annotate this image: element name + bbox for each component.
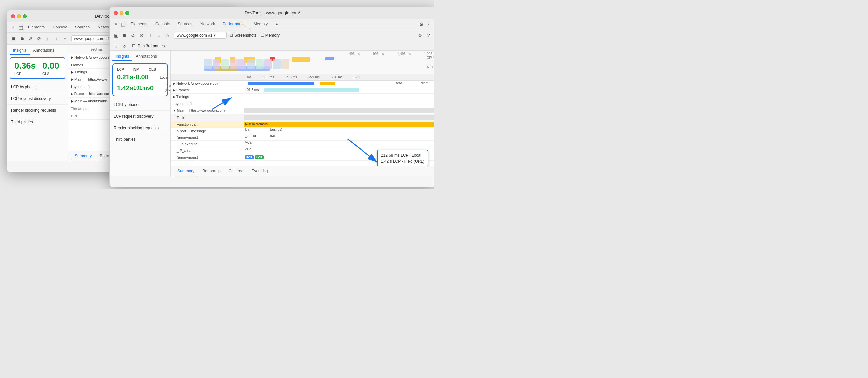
bottom-tab-calltree-2[interactable]: Call tree <box>225 166 248 177</box>
tab-annotations-1[interactable]: Annotations <box>30 47 57 55</box>
lcp-tooltip-2: 212.68 ms LCP - Local 1.42 s LCP - Field… <box>377 150 428 166</box>
tab-sources-2[interactable]: Sources <box>174 19 196 29</box>
sidebar-icon-2[interactable]: ▣ <box>112 32 120 39</box>
bottom-tab-summary-2[interactable]: Summary <box>174 166 198 177</box>
inp-local-value-2: - <box>133 73 136 81</box>
sidebar-render-blocking-2[interactable]: Render blocking requests <box>110 122 170 134</box>
sidebar-lcp-request-1[interactable]: LCP request discovery <box>7 93 68 105</box>
maximize-button-1[interactable] <box>23 14 27 18</box>
left-panel-2: Insights Annotations LCP INP CLS <box>110 51 171 176</box>
lcp-metric-1: 0.36s LCP <box>14 61 36 76</box>
submark-211: 211 ms <box>263 75 274 79</box>
cursor-icon[interactable]: ⌖ <box>9 24 17 31</box>
upload-icon-2[interactable]: ↑ <box>147 32 154 39</box>
cursor-icon-2[interactable]: ⌖ <box>112 21 120 28</box>
more-icon-2[interactable]: ⋮ <box>425 21 432 28</box>
record-icon-2[interactable]: ⏺ <box>121 32 128 39</box>
left-panel-1: Insights Annotations 0.36s LCP 0.00 CLS … <box>7 45 68 161</box>
tab-elements-1[interactable]: Elements <box>24 22 49 33</box>
network-icon-2[interactable]: ⊡ <box>112 42 120 50</box>
stop-icon-1[interactable]: ⊘ <box>35 35 43 42</box>
insight-tabs-2: Insights Annotations <box>110 51 170 61</box>
maximize-button-2[interactable] <box>125 11 129 15</box>
layers-icon-2[interactable]: ⬚ <box>120 21 127 28</box>
home-icon-1[interactable]: ⌂ <box>61 35 68 42</box>
tab-console-1[interactable]: Console <box>49 22 71 33</box>
stop-icon-2[interactable]: ⊘ <box>138 32 145 39</box>
lcp-tooltip-line1: 212.68 ms LCP - Local <box>381 153 422 158</box>
refresh-icon-2[interactable]: ↺ <box>129 32 137 39</box>
bottom-tab-eventlog-2[interactable]: Event log <box>247 166 272 177</box>
submark-216: 216 ms <box>286 75 297 79</box>
lcp-col-label: LCP <box>117 67 131 71</box>
cls-header-2: CLS <box>149 67 163 71</box>
record-icon-1[interactable]: ⏺ <box>18 35 26 42</box>
cls-col-label: CLS <box>149 67 163 71</box>
chevron-icon-2[interactable]: ▾ <box>214 33 216 38</box>
sidebar-lcp-request-2[interactable]: LCP request discovery <box>110 111 170 122</box>
screenshots-checkbox-2[interactable]: ☑ Screenshots <box>229 33 256 38</box>
traffic-lights-2 <box>114 11 129 15</box>
sidebar-render-blocking-1[interactable]: Render blocking requests <box>7 105 68 116</box>
traffic-lights-1 <box>11 14 27 18</box>
submark-ms: ms <box>247 75 251 79</box>
toolbar-3rd-parties: ⊡ ⬘ ☐ Dim 3rd parties <box>110 41 434 51</box>
download-icon-1[interactable]: ↓ <box>53 35 60 42</box>
home-icon-2[interactable]: ⌂ <box>164 32 171 39</box>
bottom-tab-summary-1[interactable]: Summary <box>71 151 96 162</box>
tab-console-2[interactable]: Console <box>151 19 174 29</box>
refresh-icon-1[interactable]: ↺ <box>27 35 34 42</box>
track-network-2: ▶ Network /www.google.com) sear client <box>171 81 434 87</box>
close-button-2[interactable] <box>114 11 118 15</box>
metric-row-1: 0.36s LCP 0.00 CLS <box>14 61 61 76</box>
help-icon-2[interactable]: ? <box>425 32 432 39</box>
sidebar-icon-1[interactable]: ▣ <box>9 35 17 42</box>
sidebar-third-parties-1[interactable]: Third parties <box>7 116 68 128</box>
url-bar-2[interactable]: www.google.com #1 ▾ <box>174 32 227 39</box>
inp-col-label: INP <box>133 67 147 71</box>
tab-sources-1[interactable]: Sources <box>71 22 94 33</box>
tab-annotations-2[interactable]: Annotations <box>132 53 160 61</box>
toolbar-2: ▣ ⏺ ↺ ⊘ ↑ ↓ ⌂ www.google.com #1 ▾ ☑ Scre… <box>110 29 434 41</box>
sidebar-lcp-by-phase-2[interactable]: LCP by phase <box>110 99 170 111</box>
tab-insights-1[interactable]: Insights <box>9 47 30 55</box>
minimize-button-2[interactable] <box>120 11 123 15</box>
lcp-field-value-2: 1.42s <box>117 85 133 92</box>
lcp-local-value-2: 0.21s <box>117 73 133 81</box>
upload-icon-1[interactable]: ↑ <box>44 35 51 42</box>
tab-memory-2[interactable]: Memory <box>250 19 272 29</box>
settings-icon-toolbar-2[interactable]: ⚙ <box>416 32 424 39</box>
submark-231: 231 <box>354 75 360 79</box>
main-tab-bar-2: ⌖ ⬚ Elements Console Sources Network Per… <box>110 19 434 29</box>
bottom-tab-bottomup-2[interactable]: Bottom-up <box>198 166 224 177</box>
inp-field-value-2: 101ms <box>133 85 150 91</box>
title-bar-2: DevTools - www.google.com/ <box>110 7 434 19</box>
lcp-header-2: LCP <box>117 67 131 71</box>
throttle-icon-2[interactable]: ⬘ <box>121 42 128 50</box>
tab-performance-2[interactable]: Performance <box>219 19 250 29</box>
track-frames-2: ▶ Frames 101.5 ms <box>171 87 434 94</box>
metric-box-2: LCP INP CLS 0.21s - 0.00 Local <box>112 63 168 96</box>
marker-1496: 1,496 ms <box>397 52 411 56</box>
track-timings-2: ▶ Timings <box>171 94 434 100</box>
download-icon-2[interactable]: ↓ <box>155 32 162 39</box>
tab-insights-2[interactable]: Insights <box>112 53 132 61</box>
close-button-1[interactable] <box>11 14 15 18</box>
memory-checkbox-2[interactable]: ☐ Memory <box>260 33 280 38</box>
tab-more-2[interactable]: » <box>272 19 282 29</box>
dim-3rd-label: Dim 3rd parties <box>138 44 164 48</box>
layers-icon[interactable]: ⬚ <box>17 24 24 31</box>
tab-elements-2[interactable]: Elements <box>127 19 151 29</box>
minimize-button-1[interactable] <box>17 14 21 18</box>
track-layout-2: Layout shifts <box>171 100 434 107</box>
dim-3rd-parties-checkbox[interactable]: ☐ Dim 3rd parties <box>129 44 167 48</box>
settings-icon-2[interactable]: ⚙ <box>418 21 425 28</box>
sidebar-lcp-by-phase-1[interactable]: LCP by phase <box>7 82 68 93</box>
lcp-badge-2: LCP <box>255 155 264 159</box>
bottom-tabs-2: Summary Bottom-up Call tree Event log <box>171 166 434 176</box>
cls-label-1: CLS <box>42 71 59 76</box>
cls-local-value-2: 0.00 <box>136 73 149 81</box>
sidebar-third-parties-2[interactable]: Third parties <box>110 134 170 145</box>
track-main-2: ▼ Main — https://www.google.com/ <box>171 107 434 114</box>
tab-network-2[interactable]: Network <box>196 19 219 29</box>
